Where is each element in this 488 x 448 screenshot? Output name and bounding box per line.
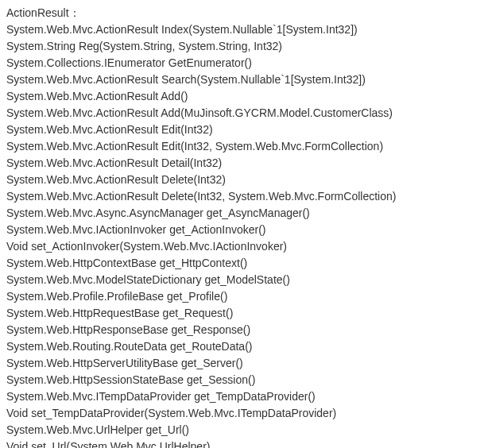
method-signature-line: System.Web.Mvc.Async.AsyncManager get_As… (6, 205, 482, 222)
method-signature-line: System.Web.Mvc.ActionResult Delete(Int32… (6, 172, 482, 188)
method-signature-line: System.Web.Mvc.ActionResult Detail(Int32… (6, 155, 482, 172)
method-signature-line: System.Web.Mvc.ITempDataProvider get_Tem… (6, 388, 482, 405)
method-signature-line: System.Collections.IEnumerator GetEnumer… (6, 55, 482, 71)
header-line: ActionResult： (6, 5, 482, 21)
method-signature-line: System.Web.Mvc.ActionResult Add(MuJinsof… (6, 105, 482, 122)
method-signature-line: System.Web.HttpContextBase get_HttpConte… (6, 255, 482, 272)
method-signature-line: System.Web.HttpServerUtilityBase get_Ser… (6, 355, 482, 372)
method-signature-line: System.Web.Mvc.ActionResult Index(System… (6, 21, 482, 38)
method-signature-line: System.String Reg(System.String, System.… (6, 38, 482, 55)
method-signature-line: Void set_TempDataProvider(System.Web.Mvc… (6, 405, 482, 422)
method-signature-line: System.Web.HttpSessionStateBase get_Sess… (6, 372, 482, 388)
method-signature-line: System.Web.Profile.ProfileBase get_Profi… (6, 288, 482, 305)
method-signature-line: System.Web.Mvc.ActionResult Search(Syste… (6, 71, 482, 88)
method-signature-line: System.Web.Mvc.ActionResult Edit(Int32) (6, 122, 482, 138)
method-signature-line: System.Web.Routing.RouteData get_RouteDa… (6, 338, 482, 355)
method-signature-line: System.Web.Mvc.ActionResult Delete(Int32… (6, 188, 482, 205)
method-signature-line: Void set_ActionInvoker(System.Web.Mvc.IA… (6, 238, 482, 255)
method-signature-line: System.Web.Mvc.ActionResult Edit(Int32, … (6, 138, 482, 155)
method-signature-line: System.Web.HttpRequestBase get_Request() (6, 305, 482, 322)
method-signature-line: System.Web.Mvc.UrlHelper get_Url() (6, 422, 482, 438)
method-signature-line: System.Web.HttpResponseBase get_Response… (6, 322, 482, 338)
method-list-container: ActionResult： System.Web.Mvc.ActionResul… (6, 5, 482, 448)
method-signature-line: Void set_Url(System.Web.Mvc.UrlHelper) (6, 438, 482, 448)
method-signature-line: System.Web.Mvc.ModelStateDictionary get_… (6, 272, 482, 288)
method-signature-line: System.Web.Mvc.IActionInvoker get_Action… (6, 222, 482, 238)
method-signature-line: System.Web.Mvc.ActionResult Add() (6, 88, 482, 105)
